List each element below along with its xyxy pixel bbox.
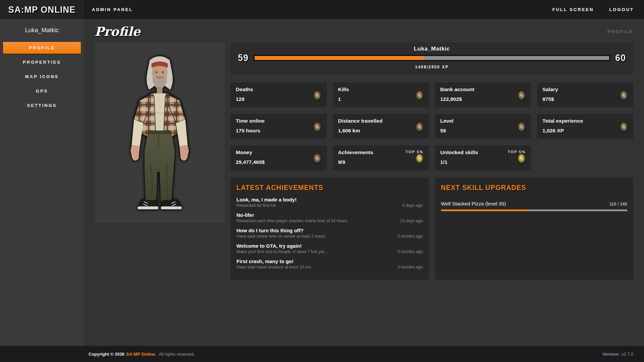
main-content: Profile PROFILE [84, 19, 644, 346]
achievements-panel-title: LATEST ACHIEVEMENTS [236, 183, 323, 192]
coin-icon [620, 122, 628, 132]
page-title: Profile [95, 24, 141, 39]
sidebar-username: Luka_Matkic [0, 19, 84, 39]
character-portrait-card [95, 43, 225, 223]
stats-grid: Deaths 128 Kills 1 Bank account 122,802$… [230, 82, 633, 170]
stat-card: Time online 175 hours [230, 114, 327, 139]
achievement-description: Have total online time on server at leas… [236, 234, 326, 239]
next-level: 60 [615, 52, 626, 63]
stat-card: Total experience 1,026 XP [537, 114, 633, 139]
sidebar-item-map-icons[interactable]: MAP ICONS [3, 71, 81, 82]
coin-icon [518, 90, 526, 100]
achievement-time: 3 months ago [397, 265, 423, 269]
logout-button[interactable]: LOGOUT [609, 7, 634, 12]
achievement-title: Look, ma, I made a body! [236, 197, 423, 202]
stat-label: Level [440, 118, 526, 124]
coin-icon [416, 122, 424, 132]
current-level: 59 [238, 52, 249, 63]
stat-value: 875$ [542, 96, 628, 102]
stat-top-badge: TOP 5% [508, 150, 526, 154]
topbar: SA:MP ONLINE ADMIN PANEL FULL SCREEN LOG… [0, 0, 644, 19]
stat-value: 175 hours [236, 128, 321, 134]
stat-card: Kills 1 [333, 82, 429, 107]
stat-value: 59 [440, 128, 526, 134]
footer-version: Version:v2.7.0 [602, 352, 633, 357]
copyright-text: Copyright © 2026 [89, 352, 124, 357]
stat-card: Unlocked skills 1/1 TOP 5% [435, 145, 531, 170]
coin-icon [518, 122, 526, 132]
stat-card: Salary 875$ [537, 82, 633, 107]
coin-icon [416, 154, 424, 163]
app-logo-text: SA:MP ONLINE [8, 4, 76, 15]
stat-card: Money 29,477,460$ [230, 145, 327, 170]
sidebar-item-gps[interactable]: GPS [3, 85, 81, 97]
achievement-time: 13 days ago [400, 219, 423, 223]
achievement-description: Rewarded for first kill. [236, 203, 277, 208]
stat-card: Distance travelled 1,606 km [333, 114, 429, 139]
coin-icon [313, 154, 321, 163]
skills-list: Well Stacked Pizza (level 35) 115 / 245 [441, 201, 628, 211]
skills-panel-title: NEXT SKILL UPGRADES [441, 183, 526, 192]
stat-card: Achievements 9/9 TOP 5% [333, 145, 429, 170]
xp-progress-text: 1408/2950 XP [238, 65, 626, 69]
stat-value: 1,026 XP [542, 128, 628, 134]
sidebar-item-settings[interactable]: SETTINGS [3, 100, 81, 111]
achievement-time: 3 months ago [397, 249, 423, 254]
achievement-time: 3 months ago [397, 234, 423, 239]
stat-card: Bank account 122,802$ [435, 82, 531, 107]
xp-progress-bar [254, 55, 610, 61]
coin-icon [620, 90, 628, 100]
achievement-title: First crash, many to go! [236, 258, 423, 264]
skill-progress-value: 115 / 245 [609, 201, 627, 206]
sidebar-item-profile[interactable]: PROFILE [3, 42, 81, 54]
achievement-item: Welcome to GTA, try again! Make your fir… [236, 243, 423, 254]
skill-name: Well Stacked Pizza (level 35) [441, 201, 506, 206]
achievement-description: Have total travel distance at least 10 k… [236, 265, 312, 269]
breadcrumb: PROFILE [607, 29, 633, 34]
app-root: SA:MP ONLINE ADMIN PANEL FULL SCREEN LOG… [0, 0, 644, 362]
skill-upgrade-item: Well Stacked Pizza (level 35) 115 / 245 [441, 201, 628, 211]
character-image [101, 48, 218, 218]
fullscreen-button[interactable]: FULL SCREEN [552, 7, 594, 12]
content-header: Profile PROFILE [95, 19, 633, 43]
coin-icon [313, 122, 321, 132]
version-label: Version: [602, 352, 620, 357]
xp-player-name: Luka_Matkic [238, 46, 626, 52]
coin-icon [416, 90, 424, 100]
coin-icon [313, 90, 321, 100]
latest-achievements-panel: LATEST ACHIEVEMENTS Look, ma, I made a b… [230, 178, 429, 280]
skill-progress-fill [441, 209, 529, 211]
stat-value: 122,802$ [440, 96, 526, 102]
stat-label: Money [236, 149, 321, 156]
sidebar: Luka_Matkic PROFILEPROPERTIESMAP ICONSGP… [0, 19, 84, 346]
stat-value: 1 [338, 96, 424, 102]
achievement-item: How do I turn this thing off? Have total… [236, 228, 423, 239]
version-value: v2.7.0 [622, 352, 633, 357]
stat-card: Deaths 128 [230, 82, 327, 107]
sidebar-item-properties[interactable]: PROPERTIES [3, 56, 81, 68]
xp-progress-fill [255, 56, 424, 60]
footer-copyright: Copyright © 2026SA:MP Online.All rights … [89, 352, 195, 357]
character-figure [130, 56, 189, 209]
achievement-title: How do I turn this thing off? [236, 228, 423, 233]
achievement-title: No-lifer [236, 212, 423, 218]
coin-icon [518, 154, 526, 163]
stat-label: Total experience [542, 118, 628, 124]
stat-value: 1/1 [440, 159, 526, 165]
achievement-description: Rewarded each time player reaches online… [236, 219, 348, 223]
stat-label: Time online [236, 118, 321, 124]
xp-card: Luka_Matkic 59 60 1408/2950 XP [230, 43, 633, 74]
stat-top-badge: TOP 5% [406, 150, 423, 154]
stat-label: Distance travelled [338, 118, 424, 124]
achievement-item: Look, ma, I made a body! Rewarded for fi… [236, 197, 423, 208]
skill-progress-bar [441, 209, 628, 211]
stat-label: Salary [542, 86, 628, 93]
achievement-title: Welcome to GTA, try again! [236, 243, 423, 249]
achievement-time: 4 days ago [402, 203, 423, 208]
footer: Copyright © 2026SA:MP Online.All rights … [0, 346, 644, 362]
app-logo[interactable]: SA:MP ONLINE [0, 0, 84, 19]
brand-text: SA:MP Online. [126, 352, 156, 357]
admin-panel-link[interactable]: ADMIN PANEL [92, 7, 133, 12]
stat-label: Bank account [440, 86, 526, 93]
stat-value: 1,606 km [338, 128, 424, 134]
